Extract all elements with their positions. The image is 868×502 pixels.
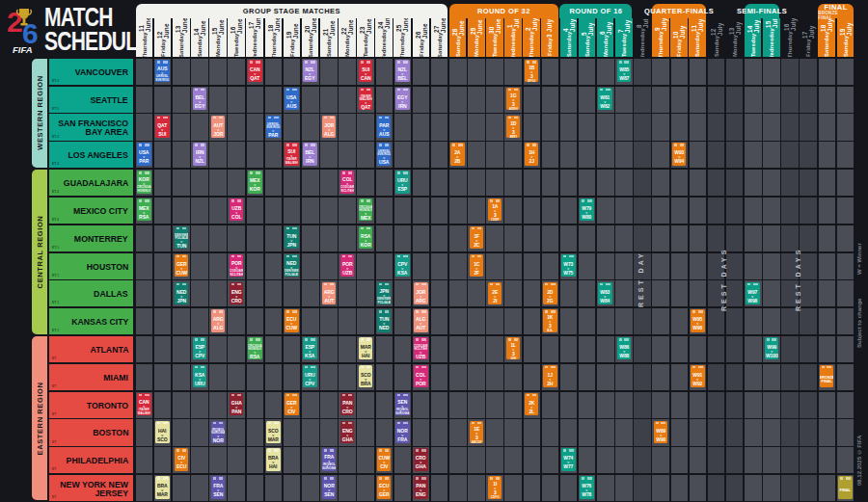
grid-cell [763,364,780,390]
grid-cell [597,170,614,196]
date-label: Wednesday8 July [634,18,651,57]
date-label: Friday10 July [670,18,688,57]
match-block: SUIvCAN [359,60,373,82]
region-bar-central: CENTRAL REGION [32,170,47,333]
grid-cell [191,280,208,306]
match-teams: W91vW92 [691,368,705,387]
grid-cell [819,198,836,224]
grid-cell [265,475,283,501]
section-label: ROUND OF 32 [477,7,530,15]
match-teams: 2Kv2L [525,396,539,415]
date-label: Thursday2 July [523,18,540,57]
grid-cell [449,392,467,418]
grid-cell [413,419,430,445]
match-block: ALGvAUT [414,309,428,331]
date-header-cell: Wednesday15 July [763,18,780,57]
match-block: COLvPOR [414,365,428,387]
match-block: TUNvNED [377,309,392,331]
grid-cell [339,142,356,168]
city-name: MONTERREY [74,234,128,243]
grid-cell [228,114,245,140]
date-header-cell: Friday19 June [284,18,301,57]
date-header-cell: Friday26 June [413,18,430,57]
grid-cell [690,87,707,113]
match-block: W99vW100 [765,337,779,359]
grid-cell [357,142,374,168]
match-block: FRAvIRQ/BOLSUR/OMA [322,448,337,470]
grid-cell [615,475,633,501]
city-timezone: ET-3 [52,163,59,166]
grid-cell [247,198,264,224]
grid-cell [154,392,172,418]
grid-cell [652,87,669,113]
city-name: SAN FRANCISCO BAY AREA [56,119,128,136]
date-header-cell: Wednesday1 July [504,18,522,57]
match-teams: ENGvCRO [230,285,244,304]
match-block: KORvCRC/GUAHON/SLV [137,171,151,193]
grid-cell [320,170,338,196]
grid-cell [745,308,762,334]
grid-cell [597,198,614,224]
section-label: SEMI-FINALS [737,7,787,15]
grid-cell [394,336,412,362]
grid-cell [209,253,227,279]
grid-cell [837,198,854,224]
rest-days-label: REST DAYS [720,212,727,347]
grid-cell [320,336,338,362]
match-teams: W97vW98 [746,285,760,304]
city-name: NEW YORK NEW JERSEY [56,480,128,497]
grid-cell [468,142,485,168]
match-teams: IRNvNZL [193,145,207,165]
match-block: NZLvEGY [303,60,317,82]
grid-cell [634,475,651,501]
grid-cell [504,364,522,390]
grid-cell [376,336,393,362]
grid-cell [247,142,264,168]
match-teams: W85vW87 [617,63,632,82]
date-label: Tuesday7 July [615,18,633,57]
grid-cell [615,364,633,390]
match-teams: BRAvHAI [266,451,281,470]
grid-cell [228,475,245,501]
grid-cell [597,253,614,279]
grid-cell [228,336,245,362]
city-cell-kansas-city: ET-1KANSAS CITY [49,308,133,334]
match-block: TUNvJPN [285,226,299,249]
date-header-cell: Thursday2 July [523,18,540,57]
grid-cell [504,198,522,224]
match-block: SCOvBRA [359,365,373,387]
grid-cell [449,364,467,390]
match-teams: BRAvMAR [155,479,170,498]
grid-cell [486,336,503,362]
grid-cell [690,280,707,306]
city-cell-dallas: ET-1DALLAS [49,280,133,306]
grid-cell [819,280,836,306]
grid-cell [320,225,338,251]
match-teams: GERvCUW [175,257,189,277]
grid-cell [431,87,448,113]
grid-cell [394,280,412,306]
grid-cell [136,475,153,501]
grid-cell [320,253,338,279]
grid-cell [468,280,485,306]
fifa-world-cup-26-logo: 2 6 FIFA [6,3,41,56]
grid-cell [763,419,780,445]
region-label: CENTRAL REGION [36,216,44,289]
grid-cell [671,447,689,473]
grid-cell [745,364,762,390]
grid-cell [357,253,374,279]
grid-cell [800,142,817,168]
match-block: W95vW96 [691,309,705,331]
grid-cell [394,308,412,334]
grid-cell [690,59,707,85]
grid-cell [819,308,836,334]
match-block: FINAL [838,476,853,498]
match-teams: NORvSEN [322,479,337,498]
match-teams: EGYvIRN [395,91,410,110]
match-block: W76vW78 [580,476,594,498]
date-header-cell: Saturday4 July [560,18,578,57]
grid-cell [394,198,412,224]
grid-cell [320,364,338,390]
match-teams: COLvPOR [414,368,428,387]
match-teams: W89vW90 [654,424,668,443]
